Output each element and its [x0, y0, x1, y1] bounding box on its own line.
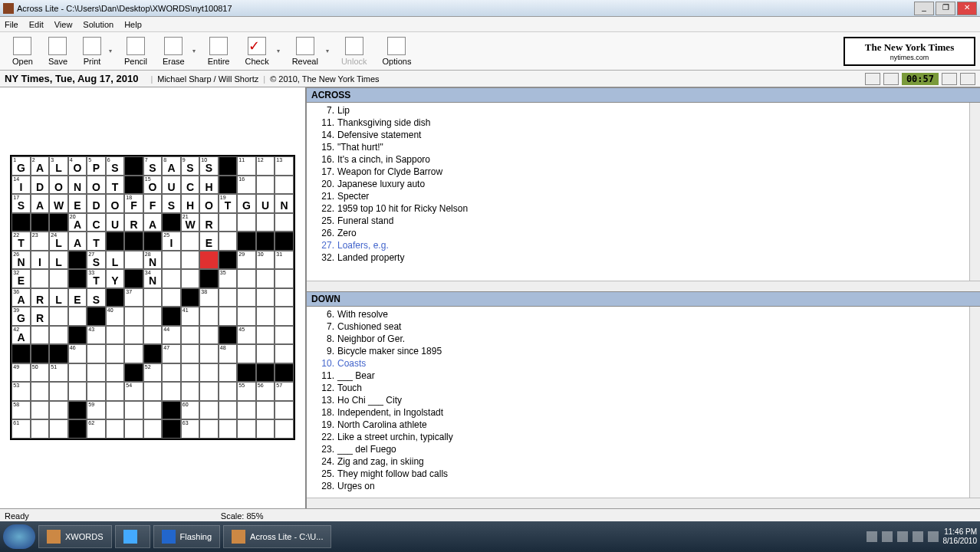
grid-cell[interactable]: 61	[12, 419, 31, 439]
grid-cell[interactable]	[124, 326, 143, 345]
clue-item[interactable]: 28.Urges on	[307, 480, 980, 492]
grid-cell[interactable]: 21W	[181, 213, 200, 232]
menu-help[interactable]: Help	[124, 20, 142, 29]
grid-cell[interactable]	[199, 401, 219, 420]
grid-cell[interactable]: 14I	[12, 176, 31, 195]
grid-cell[interactable]: 15O	[143, 176, 163, 195]
scrollbar-vertical[interactable]	[969, 103, 980, 281]
grid-cell[interactable]: U	[256, 194, 275, 213]
stats-icon[interactable]	[960, 73, 975, 85]
grid-cell[interactable]: A	[143, 213, 163, 232]
taskbar-item[interactable]: XWORDS	[38, 525, 112, 548]
timer[interactable]: 00:57	[902, 73, 939, 85]
grid-cell[interactable]	[106, 419, 125, 439]
grid-cell[interactable]	[31, 382, 50, 401]
grid-cell[interactable]	[237, 269, 256, 288]
grid-cell[interactable]: 4O	[68, 156, 87, 176]
grid-cell[interactable]	[275, 288, 294, 307]
grid-cell[interactable]: 26N	[12, 251, 31, 270]
grid-cell[interactable]: 22T	[12, 232, 31, 251]
grid-cell[interactable]	[237, 419, 256, 439]
clue-item[interactable]: 24.Zig and zag, in skiing	[307, 455, 980, 468]
grid-cell[interactable]: 19T	[219, 194, 238, 213]
grid-cell[interactable]	[256, 326, 275, 345]
erase-dropdown[interactable]: ▾	[192, 36, 200, 67]
grid-cell[interactable]: 34N	[143, 269, 163, 288]
grid-cell[interactable]	[68, 307, 87, 326]
grid-cell[interactable]: 47	[162, 344, 181, 363]
grid-cell[interactable]: W	[49, 194, 68, 213]
grid-cell[interactable]	[143, 419, 163, 439]
tray-icon[interactable]	[867, 531, 877, 542]
grid-cell[interactable]: N	[275, 194, 294, 213]
grid-cell[interactable]	[143, 326, 163, 345]
grid-cell[interactable]: 56	[256, 382, 275, 401]
grid-cell[interactable]: L	[106, 251, 125, 270]
grid-cell[interactable]: 46	[68, 344, 87, 363]
grid-cell[interactable]: 36A	[12, 288, 31, 307]
grid-cell[interactable]: 63	[181, 419, 200, 439]
grid-cell[interactable]: E	[199, 232, 219, 251]
grid-cell[interactable]	[219, 307, 238, 326]
grid-cell[interactable]: R	[31, 288, 50, 307]
grid-cell[interactable]: N	[68, 176, 87, 195]
grid-cell[interactable]	[199, 419, 219, 439]
grid-cell[interactable]	[106, 382, 125, 401]
grid-cell[interactable]: L	[49, 288, 68, 307]
grid-cell[interactable]: 28N	[143, 251, 163, 270]
grid-cell[interactable]	[181, 326, 200, 345]
grid-cell[interactable]: C	[87, 213, 106, 232]
clue-item[interactable]: 14.Defensive statement	[307, 129, 980, 141]
grid-cell[interactable]	[237, 307, 256, 326]
grid-cell[interactable]: 50	[31, 363, 50, 383]
grid-cell[interactable]	[49, 307, 68, 326]
grid-cell[interactable]: 54	[124, 382, 143, 401]
grid-cell[interactable]	[275, 176, 294, 195]
print-dropdown[interactable]: ▾	[109, 36, 117, 67]
crossword-grid[interactable]: 1G2A3L4O5P6S7S8A9S10S11121314IDONOT15OUC…	[10, 155, 295, 440]
grid-cell[interactable]	[162, 251, 181, 270]
clue-item[interactable]: 27.Loafers, e.g.	[307, 239, 980, 251]
grid-cell[interactable]: 32E	[12, 269, 31, 288]
grid-cell[interactable]: O	[106, 194, 125, 213]
grid-cell[interactable]	[256, 344, 275, 363]
grid-cell[interactable]: 18F	[124, 194, 143, 213]
scrollbar-horizontal[interactable]	[307, 281, 980, 291]
grid-cell[interactable]	[31, 401, 50, 420]
grid-cell[interactable]: 44	[162, 326, 181, 345]
grid-cell[interactable]: 45	[237, 326, 256, 345]
clue-item[interactable]: 8.Neighbor of Ger.	[307, 333, 980, 345]
grid-cell[interactable]: 17S	[12, 194, 31, 213]
grid-cell[interactable]: 40	[106, 307, 125, 326]
clue-item[interactable]: 7.Lip	[307, 104, 980, 117]
taskbar-item[interactable]: Flashing	[153, 525, 221, 548]
grid-cell[interactable]: H	[181, 194, 200, 213]
grid-cell[interactable]: 6S	[106, 156, 125, 176]
grid-cell[interactable]: A	[68, 232, 87, 251]
clue-item[interactable]: 32.Landed property	[307, 251, 980, 264]
minimize-button[interactable]: _	[914, 2, 934, 15]
grid-cell[interactable]: I	[31, 251, 50, 270]
grid-cell[interactable]: 39G	[12, 307, 31, 326]
grid-cell[interactable]: 53	[12, 382, 31, 401]
clue-item[interactable]: 11.Thanksgiving side dish	[307, 117, 980, 129]
grid-cell[interactable]	[124, 251, 143, 270]
system-tray[interactable]: 11:46 PM 8/16/2010	[867, 527, 978, 546]
grid-cell[interactable]	[87, 382, 106, 401]
grid-cell[interactable]: 30	[256, 251, 275, 270]
grid-cell[interactable]: T	[106, 176, 125, 195]
grid-cell[interactable]	[68, 382, 87, 401]
grid-cell[interactable]	[199, 344, 219, 363]
grid-cell[interactable]	[106, 326, 125, 345]
grid-cell[interactable]	[181, 344, 200, 363]
grid-cell[interactable]	[162, 382, 181, 401]
reveal-dropdown[interactable]: ▾	[326, 36, 334, 67]
grid-cell[interactable]	[256, 288, 275, 307]
grid-cell[interactable]	[219, 419, 238, 439]
clue-item[interactable]: 20.Japanese luxury auto	[307, 178, 980, 190]
grid-cell[interactable]: A	[31, 194, 50, 213]
clue-item[interactable]: 25.Funeral stand	[307, 215, 980, 227]
grid-cell[interactable]	[143, 401, 163, 420]
check-dropdown[interactable]: ▾	[277, 36, 284, 67]
grid-cell[interactable]: 43	[87, 326, 106, 345]
